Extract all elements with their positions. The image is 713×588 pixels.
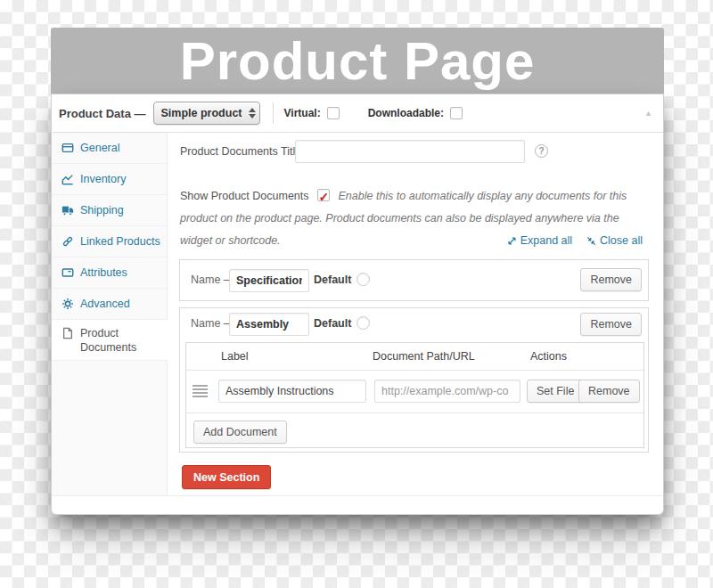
expand-icon <box>507 236 517 246</box>
tab-attributes[interactable]: Attributes <box>52 257 167 289</box>
section-name-row: Name — Default Remove <box>180 260 648 300</box>
virtual-label: Virtual: <box>284 107 321 119</box>
downloadable-checkbox[interactable] <box>450 107 463 119</box>
column-header-actions: Actions <box>530 350 567 363</box>
tab-product-documents[interactable]: Product Documents <box>52 320 168 361</box>
help-icon[interactable]: ? <box>535 144 548 158</box>
show-product-documents-checkbox[interactable]: ✓ <box>317 189 330 201</box>
documents-table: Label Document Path/URL Actions Set File… <box>185 342 644 448</box>
close-all-link[interactable]: Close all <box>586 234 643 247</box>
product-documents-title-input[interactable] <box>295 140 525 163</box>
expand-all-link[interactable]: Expand all <box>507 234 572 247</box>
tab-shipping[interactable]: Shipping <box>52 195 167 226</box>
product-data-tabs: General Inventory Shipping <box>52 133 168 495</box>
product-type-value: Simple product <box>161 107 245 119</box>
attributes-icon <box>61 266 74 279</box>
document-path-input[interactable] <box>374 380 520 403</box>
section-name-label: Name — <box>191 317 234 330</box>
expand-close-links: Expand all Close all <box>507 234 643 247</box>
downloadable-label: Downloadable: <box>368 107 444 119</box>
banner-title: Product Page <box>180 30 536 92</box>
set-file-button[interactable]: Set File <box>527 380 584 403</box>
product-data-panel: Product Data — Simple product Virtual: D… <box>51 94 664 515</box>
default-label: Default <box>314 274 351 286</box>
general-icon <box>61 142 74 154</box>
remove-document-button[interactable]: Remove <box>578 380 640 403</box>
tab-general[interactable]: General <box>52 133 167 164</box>
document-section-assembly: Name — Default Remove Label Document Pat… <box>179 307 649 453</box>
product-documents-title-label: Product Documents Title <box>180 145 301 158</box>
documents-table-footer: Add Document <box>186 413 643 450</box>
transparent-canvas: Product Page Product Data — Simple produ… <box>0 0 713 588</box>
documents-table-header: Label Document Path/URL Actions <box>186 343 643 371</box>
tab-panel-product-documents: Product Documents Title ? Show Product D… <box>168 133 665 495</box>
select-stepper-icon <box>245 108 256 118</box>
advanced-icon <box>61 298 74 310</box>
inventory-icon <box>61 173 74 185</box>
column-header-path: Document Path/URL <box>373 350 475 363</box>
virtual-checkbox[interactable] <box>327 107 340 119</box>
product-type-select[interactable]: Simple product <box>153 102 260 125</box>
remove-section-button[interactable]: Remove <box>580 313 642 336</box>
column-header-label: Label <box>221 350 249 363</box>
check-icon: ✓ <box>319 186 330 208</box>
tab-advanced[interactable]: Advanced <box>52 289 167 320</box>
document-section-specification: Name — Default Remove <box>179 259 649 301</box>
product-documents-icon <box>61 327 74 339</box>
default-radio[interactable] <box>356 316 370 330</box>
linked-products-icon <box>61 235 74 248</box>
document-label-input[interactable] <box>218 380 366 403</box>
header-divider <box>273 102 274 124</box>
page-banner: Product Page <box>51 28 664 94</box>
section-name-input[interactable] <box>229 313 309 336</box>
add-document-button[interactable]: Add Document <box>193 421 287 444</box>
section-name-row: Name — Default Remove <box>180 308 648 340</box>
drag-handle-icon[interactable] <box>193 385 208 397</box>
document-row: Set File Remove <box>186 371 643 413</box>
collapse-panel-icon[interactable]: ▲ <box>644 110 652 118</box>
panel-body: General Inventory Shipping <box>52 133 663 496</box>
show-product-documents-label: Show Product Documents <box>180 190 309 202</box>
default-label: Default <box>314 317 351 330</box>
panel-title: Product Data — <box>59 107 146 120</box>
collapse-all-icon <box>586 236 596 246</box>
default-radio[interactable] <box>356 273 370 286</box>
product-data-header: Product Data — Simple product Virtual: D… <box>52 94 663 133</box>
shipping-icon <box>61 204 74 216</box>
section-name-label: Name — <box>191 274 234 286</box>
remove-section-button[interactable]: Remove <box>580 268 642 291</box>
tab-linked-products[interactable]: Linked Products <box>52 226 167 257</box>
new-section-button[interactable]: New Section <box>182 465 271 489</box>
tab-inventory[interactable]: Inventory <box>52 164 167 195</box>
section-name-input[interactable] <box>229 269 309 292</box>
